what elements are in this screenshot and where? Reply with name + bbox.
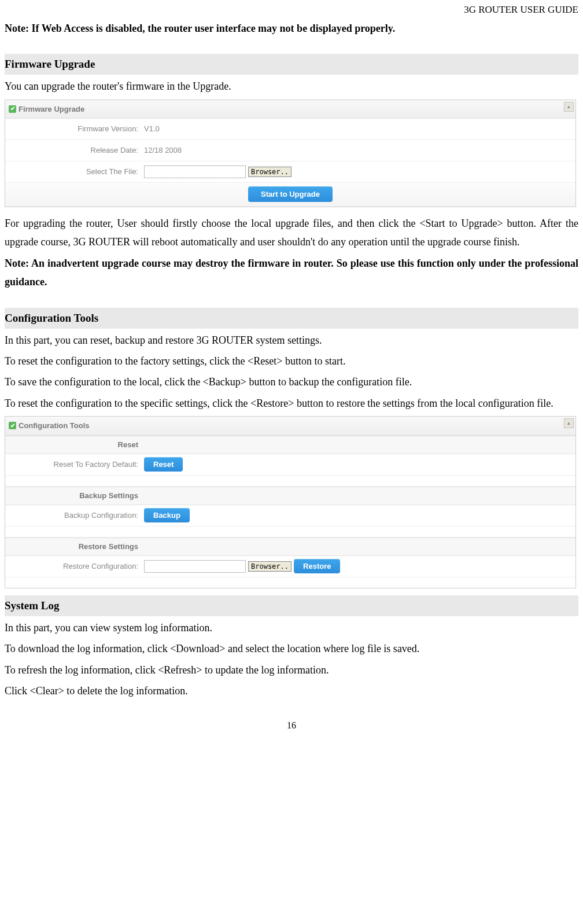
section-heading-config: Configuration Tools [5, 308, 578, 329]
release-date-value: 12/18 2008 [144, 141, 575, 159]
section-heading-firmware: Firmware Upgrade [5, 54, 578, 75]
config-p3: To save the configuration to the local, … [5, 373, 578, 391]
firmware-version-label: Firmware Version: [5, 122, 144, 135]
section-heading-syslog: System Log [5, 595, 578, 616]
firmware-panel-title-text: Firmware Upgrade [19, 102, 84, 116]
config-panel: ▴ ✔ Configuration Tools Reset Reset To F… [5, 416, 576, 588]
firmware-intro: You can upgrade the router's firmware in… [5, 77, 578, 95]
syslog-p1: In this part, you can view system log in… [5, 619, 578, 637]
check-icon: ✔ [9, 105, 16, 113]
note-web-access: Note: If Web Access is disabled, the rou… [5, 19, 578, 38]
scroll-up-icon: ▴ [564, 102, 574, 112]
scroll-up-icon: ▴ [564, 418, 574, 428]
start-upgrade-button[interactable]: Start to Upgrade [248, 186, 333, 202]
firmware-warning: Note: An inadvertent upgrade course may … [5, 254, 578, 292]
check-icon: ✔ [9, 422, 16, 429]
reset-subheading: Reset [5, 438, 144, 451]
config-panel-title-text: Configuration Tools [19, 419, 90, 432]
restore-file-input[interactable] [144, 560, 246, 573]
firmware-paragraph: For upgrading the router, User should fi… [5, 214, 578, 252]
config-panel-title: ✔ Configuration Tools [5, 417, 575, 435]
page-number: 16 [5, 717, 578, 734]
firmware-panel-title: ✔ Firmware Upgrade [5, 100, 575, 119]
restore-label: Restore Configuration: [5, 559, 144, 573]
browse-button-restore[interactable]: Browser.. [248, 561, 292, 572]
restore-subheading: Restore Settings [5, 540, 144, 553]
browse-button-firmware[interactable]: Browser.. [248, 167, 292, 177]
select-file-input[interactable] [144, 165, 246, 178]
backup-label: Backup Configuration: [5, 509, 144, 522]
firmware-version-value: V1.0 [144, 120, 575, 138]
firmware-panel: ▴ ✔ Firmware Upgrade Firmware Version: V… [5, 100, 576, 207]
config-p1: In this part, you can reset, backup and … [5, 331, 578, 349]
config-p4: To reset the configuration to the specif… [5, 394, 578, 413]
reset-button[interactable]: Reset [144, 457, 183, 472]
select-file-label: Select The File: [5, 165, 144, 178]
reset-label: Reset To Factory Default: [5, 458, 144, 471]
syslog-p3: To refresh the log information, click <R… [5, 661, 578, 679]
backup-button[interactable]: Backup [144, 508, 190, 522]
backup-subheading: Backup Settings [5, 489, 144, 502]
config-p2: To reset the configuration to the factor… [5, 352, 578, 370]
release-date-label: Release Date: [5, 143, 144, 157]
syslog-p4: Click <Clear> to delete the log informat… [5, 682, 578, 700]
header-right: 3G ROUTER USER GUIDE [5, 0, 578, 19]
syslog-p2: To download the log information, click <… [5, 639, 578, 658]
restore-button[interactable]: Restore [294, 559, 340, 573]
